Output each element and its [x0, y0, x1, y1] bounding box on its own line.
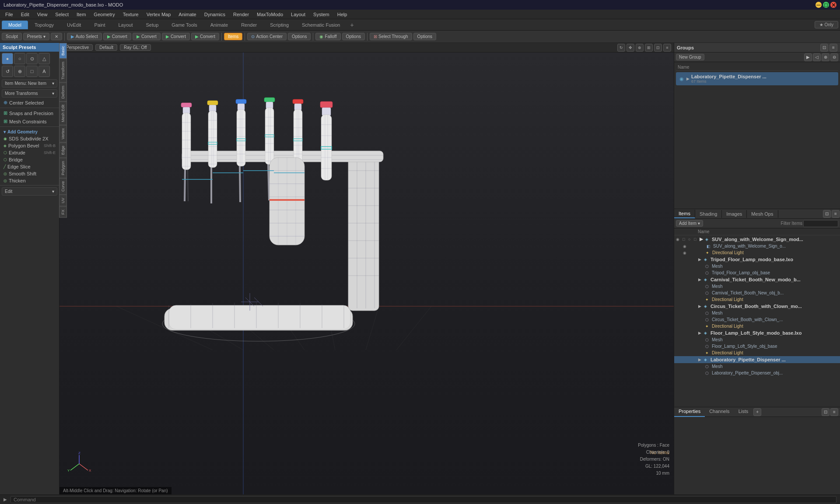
item-menu-dropdown[interactable]: Item Menu: New Item ▾ — [2, 79, 57, 88]
menu-select[interactable]: Select — [52, 11, 72, 18]
list-item[interactable]: ◉ □ ○ □ ▶ ◈ SUV_along_with_Welcome_Sign_… — [674, 235, 840, 243]
close-presets-button[interactable]: ✕ — [51, 33, 62, 40]
menu-dynamics[interactable]: Dynamics — [201, 11, 229, 18]
snaps-precision-item[interactable]: ⊞ Snaps and Precision — [0, 109, 59, 117]
edit-dropdown[interactable]: Edit ▾ — [2, 187, 57, 196]
tab-uvedit[interactable]: UvEdit — [60, 21, 88, 29]
items-button[interactable]: Items — [224, 33, 242, 40]
add-item-button[interactable]: Add Item ▾ — [676, 220, 703, 227]
menu-edit[interactable]: Edit — [18, 11, 33, 18]
more-transforms-dropdown[interactable]: More Transforms ▾ — [2, 89, 57, 98]
tool-target[interactable]: ⊙ — [26, 53, 38, 64]
convert-button-4[interactable]: ▶ Convert — [191, 33, 219, 40]
vtab-transform[interactable]: Transform — [59, 59, 67, 83]
tab-images[interactable]: Images — [722, 210, 747, 218]
thicken-item[interactable]: ◎ Thicken — [0, 177, 59, 184]
close-button[interactable]: ✕ — [830, 2, 836, 8]
list-item[interactable]: ✦ Directional Light — [674, 296, 840, 303]
list-item[interactable]: ✦ Directional Light — [674, 323, 840, 329]
convert-button-2[interactable]: ▶ Convert — [133, 33, 161, 40]
smooth-shift-item[interactable]: ◎ Smooth Shift — [0, 170, 59, 177]
list-item[interactable]: ▶ ◈ Floor_Lamp_Loft_Style_modo_base.lxo — [674, 329, 840, 336]
list-item[interactable]: ✦ Directional Light — [674, 350, 840, 356]
tab-model[interactable]: Model — [2, 21, 28, 29]
sds-subdivide-item[interactable]: ◉ SDS Subdivide 2X — [0, 135, 59, 142]
maximize-button[interactable]: □ — [823, 2, 829, 8]
list-item[interactable]: ⬡ Mesh — [674, 363, 840, 370]
nav-fit-btn[interactable]: ⊞ — [645, 44, 653, 52]
items-panel-expand[interactable]: ⊡ — [823, 210, 831, 218]
props-expand-icon[interactable]: ⊡ — [822, 408, 830, 416]
only-button[interactable]: ★ Only — [815, 21, 838, 28]
tab-setup[interactable]: Setup — [140, 21, 165, 29]
vtab-curve[interactable]: Curve — [59, 178, 67, 195]
props-settings-icon[interactable]: ≡ — [830, 408, 838, 416]
groups-settings-icon[interactable]: ≡ — [830, 44, 837, 52]
vtab-edge[interactable]: Edge — [59, 143, 67, 158]
list-item[interactable]: ⬡ Mesh — [674, 336, 840, 343]
tab-layout[interactable]: Layout — [112, 21, 140, 29]
groups-expand-icon[interactable]: ⊡ — [820, 44, 828, 52]
list-item[interactable]: ⬡ Floor_Lamp_Loft_Style_obj_base — [674, 343, 840, 350]
groups-icon-4[interactable]: ⊖ — [830, 53, 838, 61]
vtab-mesh-edit[interactable]: Mesh Edit — [59, 102, 67, 125]
tool-text[interactable]: A — [38, 66, 50, 77]
filter-items-input[interactable] — [803, 220, 838, 227]
tab-paint[interactable]: Paint — [88, 21, 112, 29]
items-panel-settings[interactable]: ≡ — [832, 210, 840, 218]
vtab-deform[interactable]: Deform — [59, 83, 67, 102]
tool-plus[interactable]: ⊕ — [14, 66, 25, 77]
nav-iso-btn[interactable]: ⊡ — [654, 44, 662, 52]
list-item[interactable]: ▶ ◈ Carnival_Ticket_Booth_New_modo_b... — [674, 276, 840, 283]
list-item[interactable]: ◉ ◧ SUV_along_with_Welcome_Sign_o... — [674, 243, 840, 249]
tab-scripting[interactable]: Scripting — [263, 21, 295, 29]
tool-sphere[interactable]: ● — [2, 53, 13, 64]
list-item[interactable]: ⬡ Tripod_Floor_Lamp_obj_base — [674, 270, 840, 276]
edge-slice-item[interactable]: ╱ Edge Slice — [0, 163, 59, 170]
list-item[interactable]: ⬡ Mesh — [674, 263, 840, 270]
vtab-uv[interactable]: UV — [59, 195, 67, 206]
menu-maxtomodo[interactable]: MaxToModo — [253, 11, 287, 18]
vtab-fx[interactable]: FX — [59, 206, 67, 218]
tab-channels[interactable]: Channels — [705, 407, 734, 417]
menu-help[interactable]: Help — [334, 11, 351, 18]
tool-triangle[interactable]: △ — [38, 53, 50, 64]
bridge-item[interactable]: ⬡ Bridge — [0, 156, 59, 163]
sculpt-button[interactable]: Sculpt — [2, 33, 22, 40]
list-item[interactable]: ⬡ Circus_Ticket_Booth_with_Clown_... — [674, 316, 840, 323]
nav-zoom-btn[interactable]: ⊕ — [636, 44, 644, 52]
minimize-button[interactable]: ─ — [816, 2, 822, 8]
new-group-button[interactable]: New Group — [676, 54, 704, 60]
tab-schematic[interactable]: Schematic Fusion — [295, 21, 346, 29]
menu-item[interactable]: Item — [73, 11, 89, 18]
groups-icon-2[interactable]: ◁ — [813, 53, 821, 61]
tab-items[interactable]: Items — [674, 210, 695, 218]
tool-square[interactable]: □ — [26, 66, 38, 77]
presets-button[interactable]: Presets ▾ — [23, 33, 49, 40]
list-item[interactable]: ⬡ Mesh — [674, 310, 840, 316]
command-input[interactable] — [10, 496, 836, 503]
vtab-basic[interactable]: Basic — [59, 43, 67, 59]
ray-gl-button[interactable]: Ray GL: Off — [120, 44, 151, 51]
tab-render[interactable]: Render — [234, 21, 263, 29]
options-button-3[interactable]: Options — [413, 33, 436, 40]
menu-file[interactable]: File — [2, 11, 17, 18]
nav-rotate-btn[interactable]: ↻ — [617, 44, 625, 52]
tab-properties[interactable]: Properties — [674, 407, 705, 417]
convert-button-1[interactable]: ▶ Convert — [103, 33, 131, 40]
center-selected-item[interactable]: ⊕ Center Selected — [0, 98, 59, 107]
tab-animate[interactable]: Animate — [204, 21, 234, 29]
menu-render[interactable]: Render — [230, 11, 252, 18]
menu-layout[interactable]: Layout — [287, 11, 309, 18]
sculpt-presets-header[interactable]: Sculpt Presets — [0, 43, 59, 52]
viewport-canvas[interactable]: X Y Z No Items Polygons : Face Channels:… — [60, 52, 674, 494]
nav-more-btn[interactable]: ≡ — [663, 44, 671, 52]
falloff-button[interactable]: ◉ Falloff — [315, 33, 340, 40]
nav-pan-btn[interactable]: ✥ — [626, 44, 634, 52]
tool-circle[interactable]: ○ — [14, 53, 25, 64]
tab-lists[interactable]: Lists — [734, 407, 753, 417]
tool-rotate[interactable]: ↺ — [2, 66, 13, 77]
list-item[interactable]: ▶ ◈ Circus_Ticket_Booth_with_Clown_mo... — [674, 303, 840, 310]
list-item-selected[interactable]: ▶ ◈ Laboratory_Pipette_Dispenser ... — [674, 356, 840, 363]
options-button-1[interactable]: Options — [288, 33, 311, 40]
